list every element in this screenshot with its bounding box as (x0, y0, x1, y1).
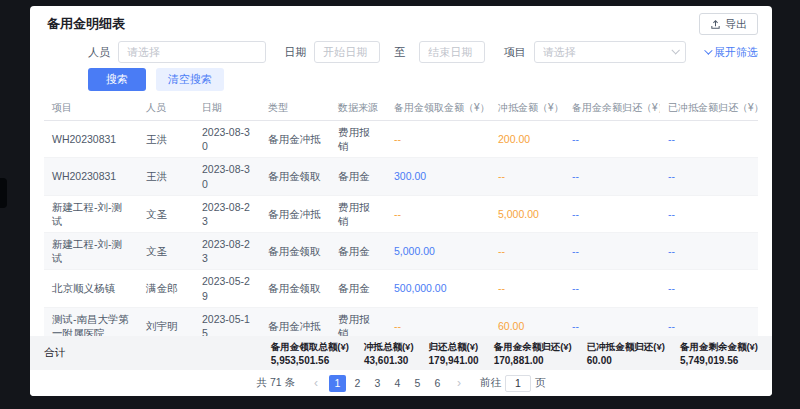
date-filter-label: 日期 (284, 45, 306, 60)
table-cell: 新建工程-刘-测试 (44, 233, 138, 270)
table-cell: -- (386, 307, 490, 336)
column-header: 备用金领取金额（¥） (386, 96, 490, 121)
summary-item: 备用金余额归还(¥)170,881.00 (494, 341, 572, 366)
table-row: WH20230831王洪2023-08-30备用金领取备用金300.00----… (44, 158, 758, 195)
summary-item-label: 已冲抵金额归还(¥) (587, 341, 665, 354)
column-header: 类型 (260, 96, 330, 121)
column-header: 已冲抵金额归还（¥） (660, 96, 758, 121)
summary-row: 合计 备用金领取总额(¥)5,953,501.56冲抵总额(¥)43,601.3… (30, 336, 772, 370)
table-cell: 新建工程-刘-测试 (44, 195, 138, 232)
goto-prefix: 前往 (480, 376, 501, 390)
table-cell: 北京顺义杨镇 (44, 270, 138, 307)
table-cell: -- (660, 270, 758, 307)
table-cell: 费用报销 (330, 307, 386, 336)
sidebar-collapse-handle[interactable] (0, 178, 7, 208)
table-cell: 测试-南昌大学第一附属医院 (44, 307, 138, 336)
summary-item-value: 43,601.30 (364, 355, 414, 366)
table-cell: -- (386, 121, 490, 158)
table-cell: 费用报销 (330, 195, 386, 232)
person-filter-label: 人员 (88, 45, 110, 60)
goto-page-input[interactable] (505, 375, 531, 392)
expand-filters-link[interactable]: 展开筛选 (704, 45, 758, 60)
next-page-button[interactable]: › (451, 375, 467, 391)
date-filter: 日期 至 (284, 41, 485, 63)
action-buttons-row: 搜索 清空搜索 (88, 68, 224, 92)
summary-item: 已冲抵金额归还(¥)60.00 (587, 341, 665, 366)
table-cell: 5,000.00 (490, 195, 564, 232)
table-cell: -- (564, 270, 660, 307)
table-cell: 文圣 (138, 233, 194, 270)
export-label: 导出 (725, 17, 747, 32)
column-header: 数据来源 (330, 96, 386, 121)
page-title: 备用金明细表 (47, 15, 125, 33)
goto-suffix: 页 (535, 376, 546, 390)
search-button[interactable]: 搜索 (88, 68, 146, 91)
summary-item: 备用金领取总额(¥)5,953,501.56 (271, 341, 349, 366)
summary-item: 冲抵总额(¥)43,601.30 (364, 341, 414, 366)
table-row: 北京顺义杨镇满金郎2023-05-29备用金领取备用金500,000.00---… (44, 270, 758, 307)
page-button[interactable]: 4 (389, 375, 406, 392)
data-table: 项目人员日期类型数据来源备用金领取金额（¥）冲抵金额（¥）备用金余额归还（¥）已… (44, 96, 758, 336)
export-icon (710, 19, 721, 30)
table-cell: 备用金冲抵 (260, 195, 330, 232)
table-cell: 备用金 (330, 270, 386, 307)
column-header: 日期 (194, 96, 260, 121)
summary-total-label: 合计 (44, 346, 65, 360)
summary-item: 备用金剩余金额(¥)5,749,019.56 (680, 341, 758, 366)
table-body: WH20230831王洪2023-08-30备用金冲抵费用报销--200.00-… (44, 121, 758, 337)
table-cell: -- (490, 270, 564, 307)
project-filter: 项目 (504, 41, 686, 63)
export-button[interactable]: 导出 (699, 13, 758, 35)
table-cell: 5,000.00 (386, 233, 490, 270)
table-cell: -- (564, 158, 660, 195)
clear-search-button[interactable]: 清空搜索 (156, 68, 224, 91)
table-cell: WH20230831 (44, 158, 138, 195)
table-cell: -- (386, 195, 490, 232)
data-table-wrap: 项目人员日期类型数据来源备用金领取金额（¥）冲抵金额（¥）备用金余额归还（¥）已… (30, 96, 772, 336)
date-start-input[interactable] (314, 41, 380, 63)
table-cell: -- (564, 233, 660, 270)
table-cell: -- (564, 195, 660, 232)
table-cell: -- (660, 158, 758, 195)
summary-item-label: 归还总额(¥) (429, 341, 479, 354)
table-cell: 满金郎 (138, 270, 194, 307)
table-cell: 2023-08-23 (194, 195, 260, 232)
person-select-input[interactable] (118, 41, 266, 63)
summary-item-label: 备用金领取总额(¥) (271, 341, 349, 354)
table-cell: 200.00 (490, 121, 564, 158)
page-button[interactable]: 2 (349, 375, 366, 392)
prev-page-button[interactable]: ‹ (308, 375, 324, 391)
table-cell: 备用金领取 (260, 233, 330, 270)
date-end-input[interactable] (419, 41, 485, 63)
table-cell: 刘宇明 (138, 307, 194, 336)
table-cell: -- (490, 233, 564, 270)
date-separator: 至 (394, 45, 405, 60)
table-cell: 备用金冲抵 (260, 307, 330, 336)
page-button[interactable]: 6 (429, 375, 446, 392)
chevron-down-icon (704, 46, 712, 54)
table-cell: 文圣 (138, 195, 194, 232)
summary-item-value: 5,749,019.56 (680, 355, 758, 366)
summary-item-label: 冲抵总额(¥) (364, 341, 414, 354)
summary-item-value: 170,881.00 (494, 355, 572, 366)
table-row: 新建工程-刘-测试文圣2023-08-23备用金领取备用金5,000.00---… (44, 233, 758, 270)
expand-filters-label: 展开筛选 (714, 45, 758, 60)
table-header-row: 项目人员日期类型数据来源备用金领取金额（¥）冲抵金额（¥）备用金余额归还（¥）已… (44, 96, 758, 121)
summary-item-label: 备用金余额归还(¥) (494, 341, 572, 354)
table-cell: 备用金 (330, 233, 386, 270)
table-cell: 2023-08-23 (194, 233, 260, 270)
page-button[interactable]: 3 (369, 375, 386, 392)
project-filter-label: 项目 (504, 45, 526, 60)
filter-row: 人员 日期 至 项目 展开筛选 (30, 40, 772, 64)
project-select-input[interactable] (534, 41, 686, 63)
table-cell: 2023-05-29 (194, 270, 260, 307)
table-cell: 2023-08-30 (194, 158, 260, 195)
page-button[interactable]: 1 (329, 375, 346, 392)
table-cell: 备用金冲抵 (260, 121, 330, 158)
pagination-total: 共 71 条 (256, 376, 295, 390)
table-cell: 2023-05-15 (194, 307, 260, 336)
table-cell: 备用金 (330, 158, 386, 195)
page-button[interactable]: 5 (409, 375, 426, 392)
pagination-bar: 共 71 条 ‹ 123456 › 前往 页 (30, 370, 772, 396)
title-bar: 备用金明细表 导出 (30, 6, 772, 36)
